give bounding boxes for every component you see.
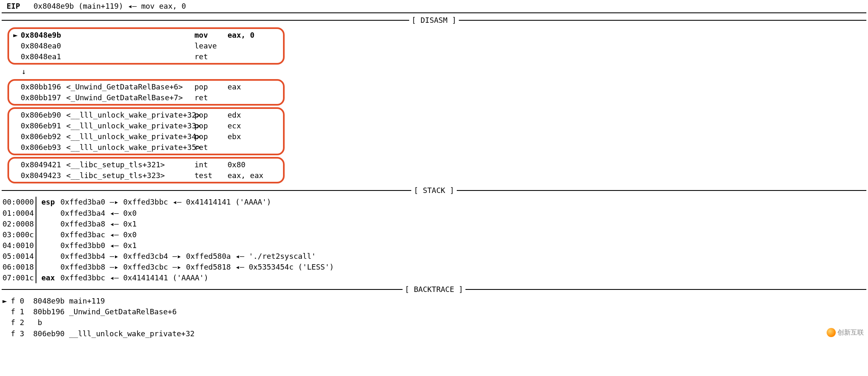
disasm-row: 0x806eb93<__lll_unlock_wake_private+35>r… bbox=[13, 142, 279, 153]
current-instruction-marker bbox=[13, 51, 21, 62]
stack-row: 03:000c0xffed3bac ◂— 0x0 bbox=[2, 229, 866, 240]
backtrace-row: ►f 0 8048e9b main+119 bbox=[2, 296, 866, 306]
backtrace-row: f 2 b bbox=[2, 317, 866, 328]
stack-separator bbox=[36, 251, 40, 262]
instruction-operands: eax bbox=[228, 82, 241, 92]
instruction-symbol: <__lll_unlock_wake_private+35> bbox=[66, 142, 194, 153]
instruction-address: 0x806eb92 bbox=[21, 131, 66, 142]
eip-addr: 0x8048e9b bbox=[34, 2, 74, 10]
stack-row: 02:00080xffed3ba8 ◂— 0x1 bbox=[2, 219, 866, 229]
watermark-text: 创新互联 bbox=[837, 328, 864, 337]
watermark-icon bbox=[827, 328, 836, 337]
stack-register bbox=[41, 219, 60, 229]
section-disasm-bar: [ DISASM ] bbox=[2, 15, 866, 26]
stack-offset: 04:0010 bbox=[2, 240, 36, 251]
stack-row: 05:00140xffed3bb4 —▸ 0xffed3cb4 —▸ 0xffe… bbox=[2, 251, 866, 262]
backtrace-address: 806eb90 bbox=[33, 329, 65, 338]
instruction-mnemonic: int bbox=[194, 159, 228, 170]
stack-register bbox=[41, 262, 60, 272]
instruction-mnemonic: pop bbox=[194, 110, 228, 121]
stack-value: 0xffed3bb4 —▸ 0xffed3cb4 —▸ 0xffed580a ◂… bbox=[60, 251, 316, 262]
instruction-mnemonic: leave bbox=[194, 41, 228, 51]
current-instruction-marker bbox=[13, 121, 21, 131]
instruction-symbol: <_Unwind_GetDataRelBase+6> bbox=[66, 82, 194, 92]
current-instruction-marker bbox=[13, 159, 21, 170]
eip-instr: mov eax, 0 bbox=[141, 2, 186, 10]
instruction-address: 0x80bb197 bbox=[21, 92, 66, 103]
current-instruction-marker: ► bbox=[13, 30, 21, 41]
section-stack-bar: [ STACK ] bbox=[2, 185, 866, 196]
eip-where: (main+119) bbox=[78, 2, 123, 10]
stack-row: 06:00180xffed3bb8 —▸ 0xffed3cbc —▸ 0xffe… bbox=[2, 262, 866, 272]
disasm-row: 0x80bb197<_Unwind_GetDataRelBase+7>ret bbox=[13, 92, 279, 103]
stack-separator bbox=[36, 229, 40, 240]
instruction-symbol: <__lll_unlock_wake_private+33> bbox=[66, 121, 194, 131]
current-instruction-marker bbox=[13, 170, 21, 181]
section-line-right bbox=[459, 20, 866, 21]
instruction-address: 0x8049421 bbox=[21, 159, 66, 170]
stack-separator bbox=[36, 272, 40, 283]
instruction-address: 0x806eb91 bbox=[21, 121, 66, 131]
backtrace-row: f 1 80bb196 _Unwind_GetDataRelBase+6 bbox=[2, 306, 866, 317]
instruction-operands: edx bbox=[228, 110, 241, 121]
stack-offset: 02:0008 bbox=[2, 219, 36, 229]
section-stack-label: [ STACK ] bbox=[411, 185, 457, 196]
eip-line: EIP 0x8048e9b (main+119) ◂— mov eax, 0 bbox=[2, 1, 866, 13]
instruction-symbol: <__lll_unlock_wake_private+32> bbox=[66, 110, 194, 121]
stack-separator bbox=[36, 262, 40, 272]
instruction-operands: 0x80 bbox=[228, 159, 245, 170]
instruction-mnemonic: ret bbox=[194, 51, 228, 62]
instruction-address: 0x8048e9b bbox=[21, 30, 66, 41]
disasm-group: 0x8049421<__libc_setup_tls+321>int0x800x… bbox=[7, 157, 285, 183]
stack-register bbox=[41, 208, 60, 219]
disasm-row: 0x8049423<__libc_setup_tls+323>testeax, … bbox=[13, 170, 279, 181]
disasm-row: 0x806eb90<__lll_unlock_wake_private+32>p… bbox=[13, 110, 279, 121]
instruction-mnemonic: test bbox=[194, 170, 228, 181]
stack-area: 00:0000esp0xffed3ba0 —▸ 0xffed3bbc ◂— 0x… bbox=[2, 197, 866, 283]
stack-offset: 00:0000 bbox=[2, 197, 36, 207]
current-instruction-marker bbox=[13, 82, 21, 92]
stack-value: 0xffed3bb0 ◂— 0x1 bbox=[60, 240, 137, 251]
instruction-operands: ecx bbox=[228, 121, 241, 131]
stack-offset: 07:001c bbox=[2, 272, 36, 283]
instruction-address: 0x806eb90 bbox=[21, 110, 66, 121]
stack-row: 07:001ceax0xffed3bbc ◂— 0x41414141 ('AAA… bbox=[2, 272, 866, 283]
backtrace-current-marker: ► bbox=[2, 296, 11, 306]
stack-value: 0xffed3ba4 ◂— 0x0 bbox=[60, 208, 137, 219]
section-line-left bbox=[2, 20, 409, 21]
backtrace-frame: f 0 bbox=[11, 296, 24, 305]
instruction-mnemonic: pop bbox=[194, 131, 228, 142]
disasm-row: 0x8048ea1ret bbox=[13, 51, 279, 62]
stack-value: 0xffed3bb8 —▸ 0xffed3cbc —▸ 0xffed5818 ◂… bbox=[60, 262, 334, 272]
backtrace-address: 80bb196 bbox=[33, 307, 65, 316]
instruction-mnemonic: pop bbox=[194, 121, 228, 131]
stack-register bbox=[41, 229, 60, 240]
disasm-row: 0x8049421<__libc_setup_tls+321>int0x80 bbox=[13, 159, 279, 170]
disasm-row: 0x806eb92<__lll_unlock_wake_private+34>p… bbox=[13, 131, 279, 142]
section-disasm-label: [ DISASM ] bbox=[409, 15, 459, 26]
current-instruction-marker bbox=[13, 92, 21, 103]
instruction-mnemonic: pop bbox=[194, 82, 228, 92]
disasm-row: 0x8048ea0leave bbox=[13, 41, 279, 51]
stack-register bbox=[41, 251, 60, 262]
instruction-address: 0x8048ea1 bbox=[21, 51, 66, 62]
stack-row: 01:00040xffed3ba4 ◂— 0x0 bbox=[2, 208, 866, 219]
current-instruction-marker bbox=[13, 41, 21, 51]
disasm-group: 0x80bb196<_Unwind_GetDataRelBase+6>popea… bbox=[7, 79, 285, 106]
section-line-left bbox=[2, 190, 411, 191]
instruction-address: 0x806eb93 bbox=[21, 142, 66, 153]
stack-separator bbox=[36, 197, 40, 207]
backtrace-frame: f 2 bbox=[11, 318, 24, 327]
section-line-right bbox=[465, 289, 866, 290]
current-instruction-marker bbox=[13, 131, 21, 142]
eip-label: EIP bbox=[7, 2, 20, 10]
stack-row: 04:00100xffed3bb0 ◂— 0x1 bbox=[2, 240, 866, 251]
instruction-symbol bbox=[66, 51, 194, 62]
disasm-row: 0x806eb91<__lll_unlock_wake_private+33>p… bbox=[13, 121, 279, 131]
stack-separator bbox=[36, 208, 40, 219]
stack-offset: 05:0014 bbox=[2, 251, 36, 262]
instruction-operands: ebx bbox=[228, 131, 241, 142]
backtrace-frame: f 1 bbox=[11, 307, 24, 316]
backtrace-area: ►f 0 8048e9b main+119f 1 80bb196 _Unwind… bbox=[2, 296, 866, 339]
instruction-mnemonic: ret bbox=[194, 92, 228, 103]
